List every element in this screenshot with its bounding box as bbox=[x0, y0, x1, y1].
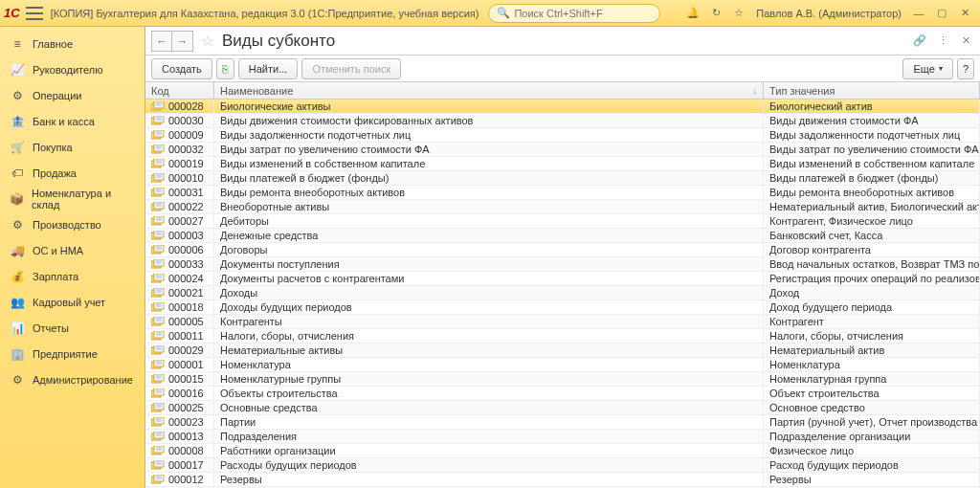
sidebar-item-11[interactable]: 📊Отчеты bbox=[0, 315, 145, 341]
cell-code: 000015 bbox=[145, 372, 214, 386]
global-search[interactable]: 🔍 bbox=[488, 4, 660, 23]
cell-name: Расходы будущих периодов bbox=[214, 458, 764, 472]
table-row[interactable]: 000018Доходы будущих периодовДоход будущ… bbox=[145, 300, 980, 315]
cell-type: Биологический актив bbox=[764, 100, 980, 113]
sidebar-item-label: Номенклатура и склад bbox=[32, 188, 135, 211]
sidebar-item-1[interactable]: 📈Руководителю bbox=[0, 56, 145, 82]
sidebar-item-10[interactable]: 👥Кадровый учет bbox=[0, 289, 145, 315]
table-row[interactable]: 000011Налоги, сборы, отчисленияНалоги, с… bbox=[145, 329, 980, 344]
table-row[interactable]: 000033Документы поступленияВвод начальны… bbox=[145, 257, 980, 272]
cell-name: Биологические активы bbox=[214, 100, 764, 113]
cell-type: Физическое лицо bbox=[764, 444, 980, 457]
table-row[interactable]: 000031Виды ремонта внеоборотных активовВ… bbox=[145, 186, 980, 200]
table-row[interactable]: 000008Работники организацииФизическое ли… bbox=[145, 444, 980, 458]
wallet-icon: 💰 bbox=[10, 269, 25, 284]
cell-name: Виды ремонта внеоборотных активов bbox=[214, 186, 764, 199]
table-row[interactable]: 000023ПартииПартия (ручной учет), Отчет … bbox=[145, 415, 980, 430]
maximize-icon[interactable]: ▢ bbox=[932, 4, 951, 23]
cell-code: 000028 bbox=[145, 100, 214, 113]
favorite-star-icon[interactable]: ☆ bbox=[201, 32, 214, 50]
kebab-icon[interactable]: ⋮ bbox=[934, 33, 951, 50]
menu-icon[interactable] bbox=[26, 7, 43, 20]
table-row[interactable]: 000022Внеоборотные активыНематериальный … bbox=[145, 200, 980, 214]
sidebar-item-label: Продажа bbox=[33, 167, 77, 179]
cell-type: Ввод начальных остатков, Возврат ТМЗ пос… bbox=[764, 257, 980, 271]
create-button[interactable]: Создать bbox=[151, 58, 212, 79]
minimize-icon[interactable]: — bbox=[909, 4, 928, 23]
help-button[interactable]: ? bbox=[957, 58, 974, 79]
toolbar: Создать ⎘ Найти... Отменить поиск Еще▾ ? bbox=[145, 55, 980, 82]
chart-icon: 📈 bbox=[10, 62, 25, 78]
cell-code: 000005 bbox=[145, 315, 214, 328]
cell-name: Документы расчетов с контрагентами bbox=[214, 272, 764, 285]
cell-code: 000016 bbox=[145, 387, 214, 400]
link-icon[interactable]: 🔗 bbox=[911, 33, 928, 50]
cell-type: Банковский счет, Касса bbox=[764, 229, 980, 242]
table-row[interactable]: 000019Виды изменений в собственном капит… bbox=[145, 157, 980, 171]
cell-code: 000018 bbox=[145, 300, 214, 314]
history-icon[interactable]: ↻ bbox=[706, 4, 725, 23]
sidebar-item-7[interactable]: ⚙Производство bbox=[0, 211, 145, 237]
star-icon[interactable]: ☆ bbox=[729, 4, 748, 23]
table-row[interactable]: 000027ДебиторыКонтрагент, Физическое лиц… bbox=[145, 214, 980, 229]
table-row[interactable]: 000003Денежные средстваБанковский счет, … bbox=[145, 229, 980, 243]
table-row[interactable]: 000017Расходы будущих периодовРасход буд… bbox=[145, 458, 980, 473]
table-row[interactable]: 000013ПодразделенияПодразделение организ… bbox=[145, 430, 980, 444]
close-tab-icon[interactable]: ✕ bbox=[957, 33, 974, 50]
cell-type: Виды движения стоимости ФА bbox=[764, 114, 980, 127]
table-row[interactable]: 000010Виды платежей в бюджет (фонды)Виды… bbox=[145, 171, 980, 186]
table-row[interactable]: 000009Виды задолженности подотчетных лиц… bbox=[145, 128, 980, 143]
find-button[interactable]: Найти... bbox=[238, 58, 299, 79]
cell-type: Договор контрагента bbox=[764, 243, 980, 256]
nav-forward-button[interactable]: → bbox=[172, 31, 193, 52]
col-header-type[interactable]: Тип значения bbox=[764, 82, 980, 99]
more-button[interactable]: Еще▾ bbox=[902, 58, 952, 79]
copy-button[interactable]: ⎘ bbox=[216, 58, 234, 79]
table-row[interactable]: 000028Биологические активыБиологический … bbox=[145, 100, 980, 114]
col-header-name[interactable]: Наименование ↓ bbox=[214, 82, 764, 99]
sidebar-item-label: Покупка bbox=[33, 142, 73, 153]
cell-code: 000010 bbox=[145, 171, 214, 185]
sidebar-item-8[interactable]: 🚚ОС и НМА bbox=[0, 237, 145, 263]
table-row[interactable]: 000005КонтрагентыКонтрагент bbox=[145, 315, 980, 329]
table-row[interactable]: 000021ДоходыДоход bbox=[145, 286, 980, 300]
table-row[interactable]: 000006ДоговорыДоговор контрагента bbox=[145, 243, 980, 257]
sidebar-item-13[interactable]: ⚙Администрирование bbox=[0, 366, 145, 392]
sidebar-item-5[interactable]: 🏷Продажа bbox=[0, 160, 145, 186]
sidebar-item-9[interactable]: 💰Зарплата bbox=[0, 263, 145, 289]
sidebar-item-3[interactable]: 🏦Банк и касса bbox=[0, 108, 145, 134]
table-row[interactable]: 000030Виды движения стоимости фиксирован… bbox=[145, 114, 980, 128]
search-input[interactable] bbox=[514, 8, 652, 19]
user-label[interactable]: Павлов А.В. (Администратор) bbox=[756, 8, 902, 19]
cell-type: Контрагент, Физическое лицо bbox=[764, 214, 980, 228]
row-icon bbox=[151, 331, 165, 341]
table-row[interactable]: 000001НоменклатураНоменклатура bbox=[145, 358, 980, 372]
cell-code: 000013 bbox=[145, 430, 214, 443]
cancel-search-button[interactable]: Отменить поиск bbox=[301, 58, 401, 79]
nav-back-button[interactable]: ← bbox=[151, 31, 172, 52]
sidebar-item-4[interactable]: 🛒Покупка bbox=[0, 134, 145, 160]
table-row[interactable]: 000015Номенклатурные группыНоменклатурна… bbox=[145, 372, 980, 387]
cell-name: Налоги, сборы, отчисления bbox=[214, 329, 764, 343]
table-row[interactable]: 000029Нематериальные активыНематериальны… bbox=[145, 344, 980, 358]
cell-type: Объект строительства bbox=[764, 387, 980, 400]
table-row[interactable]: 000025Основные средстваОсновное средство bbox=[145, 401, 980, 415]
col-header-code[interactable]: Код bbox=[145, 82, 214, 99]
cell-code: 000011 bbox=[145, 329, 214, 343]
cell-type: Нематериальный актив bbox=[764, 344, 980, 357]
table-row[interactable]: 000012РезервыРезервы bbox=[145, 473, 980, 487]
truck-icon: 🚚 bbox=[10, 243, 25, 258]
sidebar-item-2[interactable]: ⚙Операции bbox=[0, 82, 145, 108]
sidebar-item-0[interactable]: ≡Главное bbox=[0, 31, 145, 56]
close-icon[interactable]: ✕ bbox=[955, 4, 974, 23]
window-title: [КОПИЯ] Бухгалтерия для Казахстана, реда… bbox=[51, 8, 479, 19]
sidebar-item-12[interactable]: 🏢Предприятие bbox=[0, 341, 145, 366]
table-row[interactable]: 000016Объекты строительстваОбъект строит… bbox=[145, 387, 980, 401]
data-grid[interactable]: Код Наименование ↓ Тип значения 000028Би… bbox=[145, 82, 980, 488]
table-row[interactable]: 000032Виды затрат по увеличению стоимост… bbox=[145, 143, 980, 157]
row-icon bbox=[151, 116, 165, 125]
bell-icon[interactable]: 🔔 bbox=[683, 4, 702, 23]
cell-name: Номенклатурные группы bbox=[214, 372, 764, 386]
table-row[interactable]: 000024Документы расчетов с контрагентами… bbox=[145, 272, 980, 286]
sidebar-item-6[interactable]: 📦Номенклатура и склад bbox=[0, 186, 145, 211]
